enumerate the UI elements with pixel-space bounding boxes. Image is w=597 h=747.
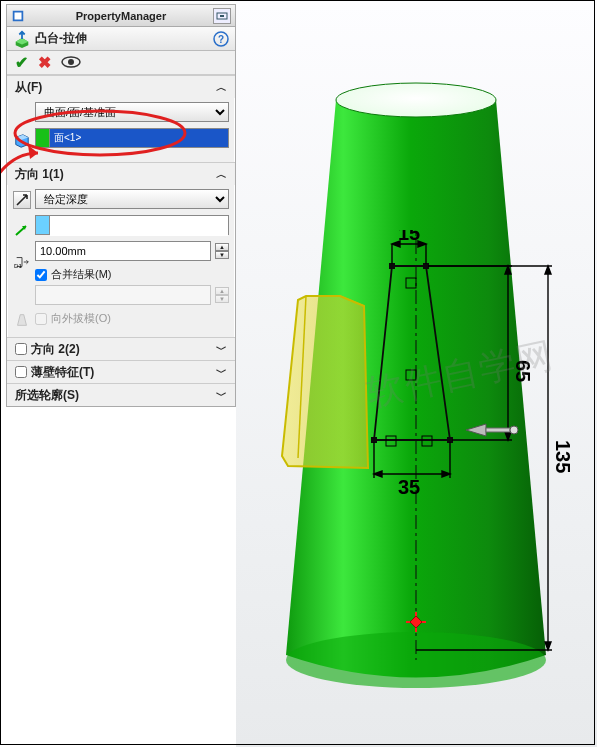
face-select-icon[interactable] — [13, 132, 31, 150]
from-face-selection: 面<1> — [50, 129, 228, 147]
svg-point-37 — [510, 426, 518, 434]
dim-top: 15 — [398, 230, 420, 244]
chevron-down-icon: ﹀ — [216, 365, 227, 380]
ok-button[interactable]: ✔ — [15, 53, 28, 72]
draft-outward-row: 向外拔模(O) — [35, 311, 229, 326]
origin-marker — [406, 612, 426, 632]
section-thin-header[interactable]: 薄壁特征(T) ﹀ — [7, 361, 235, 383]
svg-rect-13 — [422, 436, 432, 446]
direction-vector-icon[interactable] — [13, 221, 31, 239]
svg-marker-35 — [466, 424, 486, 436]
svg-marker-24 — [442, 471, 450, 477]
cancel-button[interactable]: ✖ — [38, 53, 51, 72]
dim-overall: 135 — [552, 440, 574, 473]
section-contour-label: 所选轮廓(S) — [15, 387, 79, 404]
depth-icon: D1 — [13, 253, 31, 271]
property-manager-panel: PropertyManager 凸台-拉伸 ? ✔ ✖ 从(F) — [6, 4, 236, 407]
section-contour: 所选轮廓(S) ﹀ — [7, 383, 235, 406]
feature-row: 凸台-拉伸 ? — [7, 27, 235, 51]
svg-rect-11 — [406, 278, 416, 288]
depth-input[interactable] — [35, 241, 211, 261]
section-dir2-header[interactable]: 方向 2(2) ﹀ — [7, 338, 235, 360]
merge-result-label: 合并结果(M) — [51, 267, 112, 282]
svg-marker-53 — [18, 315, 27, 326]
thin-checkbox[interactable] — [15, 366, 27, 378]
preview-button[interactable] — [61, 55, 81, 71]
pin-icon — [216, 11, 228, 21]
svg-marker-23 — [374, 471, 382, 477]
svg-rect-14 — [386, 436, 396, 446]
pm-logo-icon — [11, 9, 25, 23]
section-dir1: 方向 1(1) ︿ D1 — [7, 162, 235, 337]
svg-marker-40 — [410, 616, 422, 628]
svg-marker-34 — [545, 642, 551, 650]
draft-icon[interactable] — [13, 311, 31, 329]
svg-rect-42 — [15, 12, 22, 19]
sketch-overlay: 15 35 65 135 — [356, 230, 586, 680]
merge-result-row[interactable]: 合并结果(M) — [35, 267, 229, 282]
direction-reference-field[interactable] — [35, 215, 229, 235]
chevron-up-icon: ︿ — [216, 167, 227, 182]
direction-reference-input[interactable] — [50, 216, 228, 236]
draft-angle-input — [35, 285, 211, 305]
chevron-down-icon: ﹀ — [216, 342, 227, 357]
section-from-header[interactable]: 从(F) ︿ — [7, 76, 235, 98]
titlebar: PropertyManager — [7, 5, 235, 27]
svg-marker-29 — [505, 432, 511, 440]
feature-title: 凸台-拉伸 — [35, 30, 213, 47]
svg-rect-36 — [486, 428, 510, 432]
section-from: 从(F) ︿ 曲面/面/基准面 面<1> — [7, 75, 235, 162]
depth-spinner[interactable]: ▲▼ — [215, 243, 229, 259]
section-dir1-header[interactable]: 方向 1(1) ︿ — [7, 163, 235, 185]
section-thin: 薄壁特征(T) ﹀ — [7, 360, 235, 383]
svg-text:?: ? — [218, 34, 224, 45]
panel-title: PropertyManager — [29, 10, 213, 22]
end-condition-dropdown[interactable]: 给定深度 — [35, 189, 229, 209]
svg-marker-33 — [545, 266, 551, 274]
draft-outward-checkbox — [35, 313, 47, 325]
dir2-checkbox[interactable] — [15, 343, 27, 355]
section-dir2-label: 方向 2(2) — [31, 341, 80, 358]
chevron-up-icon: ︿ — [216, 80, 227, 95]
extrude-icon — [13, 30, 31, 48]
svg-marker-28 — [505, 266, 511, 274]
svg-point-1 — [336, 83, 496, 117]
draft-spinner: ▲▼ — [215, 287, 229, 303]
section-thin-label: 薄壁特征(T) — [31, 364, 94, 381]
chevron-down-icon: ﹀ — [216, 388, 227, 403]
section-dir1-label: 方向 1(1) — [15, 166, 64, 183]
svg-text:D1: D1 — [14, 262, 22, 269]
section-dir2: 方向 2(2) ﹀ — [7, 337, 235, 360]
dim-bottom: 35 — [398, 476, 420, 498]
help-icon[interactable]: ? — [213, 31, 229, 47]
svg-rect-44 — [220, 15, 224, 17]
draft-outward-label: 向外拔模(O) — [51, 311, 111, 326]
model-viewport[interactable]: 15 35 65 135 — [236, 0, 597, 747]
section-contour-header[interactable]: 所选轮廓(S) ﹀ — [7, 384, 235, 406]
pin-button[interactable] — [213, 8, 231, 24]
svg-point-48 — [68, 59, 74, 65]
reverse-direction-button[interactable] — [13, 191, 31, 209]
from-type-dropdown[interactable]: 曲面/面/基准面 — [35, 102, 229, 122]
reverse-icon — [15, 193, 29, 207]
eye-icon — [61, 56, 81, 68]
from-face-field[interactable]: 面<1> — [35, 128, 229, 148]
merge-result-checkbox[interactable] — [35, 269, 47, 281]
confirm-row: ✔ ✖ — [7, 51, 235, 75]
section-from-label: 从(F) — [15, 79, 42, 96]
